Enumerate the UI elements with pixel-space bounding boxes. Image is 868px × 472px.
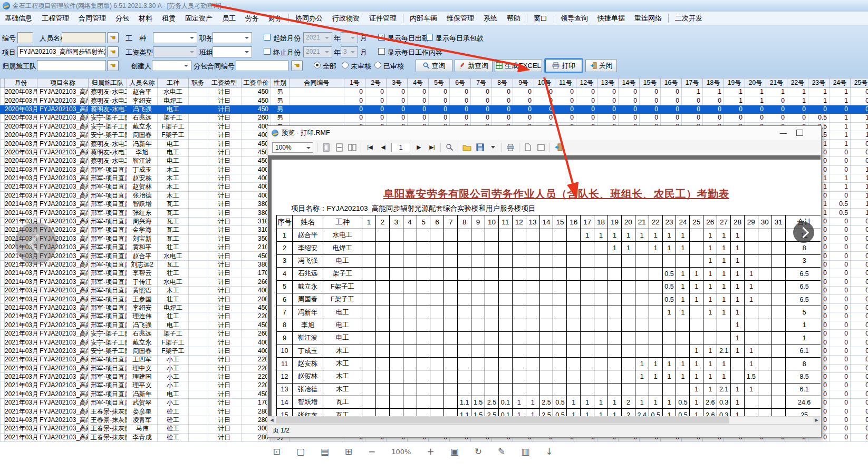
menu-item-2[interactable]: 合同管理 (74, 14, 111, 23)
zoom-out-icon[interactable]: − (368, 446, 375, 457)
show-daily-contract-checkbox[interactable] (426, 34, 433, 41)
table-row[interactable]: 2020年03月FYJA202103_高能同步辐射光源配套综合实验楼和用户服务楼… (1, 96, 868, 105)
page-setup-icon[interactable] (523, 142, 533, 153)
project-picker-button[interactable]: ☚ (107, 46, 119, 57)
project-input[interactable]: FYJA202103_高能同步辐射光源配套综合实验楼和用户服务楼项目 (17, 46, 106, 57)
menu-item-13[interactable]: 证件管理 (364, 14, 401, 23)
menu-item-16[interactable]: 维保管理 (442, 14, 479, 23)
last-page-button[interactable]: ▶| (427, 142, 437, 153)
menu-item-1[interactable]: 工程管理 (37, 14, 74, 23)
team-picker-button[interactable]: ☚ (107, 60, 119, 71)
subcontract-picker-button[interactable]: ☚ (291, 60, 303, 71)
query-button[interactable]: 查询 (416, 59, 452, 72)
table-row[interactable]: 2020年03月FYJA202103_高能同步辐射光源配套综合实验楼和用户服务楼… (1, 88, 868, 96)
report-row: 14智跃增瓦工1.11.52.50.1112.50.5111121110.512… (277, 396, 821, 409)
zoom-in-icon[interactable]: + (427, 446, 434, 457)
no-input[interactable] (17, 32, 33, 43)
page-number-input[interactable]: 1 (391, 143, 410, 152)
scroll-left-icon[interactable]: ◀ (268, 417, 275, 424)
edit-icon[interactable]: ✎ (498, 446, 505, 457)
end-year-select[interactable]: 2021 (303, 46, 332, 57)
radio-all[interactable] (314, 62, 321, 68)
preview-titlebar[interactable]: 预览 - 打印.RMF — (267, 126, 821, 140)
creator-select[interactable] (152, 60, 191, 71)
start-month-select[interactable] (341, 32, 358, 43)
print-button[interactable]: 打印 (545, 59, 582, 72)
report-row: 9靳江波电工11 (277, 332, 821, 345)
scroll-right-icon[interactable]: ▶ (813, 417, 820, 424)
end-month-checkbox[interactable] (264, 48, 271, 55)
team-input[interactable] (37, 60, 106, 71)
person-name-input[interactable] (62, 32, 106, 43)
radio-unaudited[interactable] (342, 62, 349, 68)
new-query-button[interactable]: 新查询 (455, 59, 493, 72)
menu-item-26[interactable]: 二次开发 (670, 14, 707, 23)
next-page-button[interactable]: ▶ (414, 142, 423, 153)
table-row[interactable]: 2020年03月FYJA202103_高能同步辐射光源配套综合实验楼和用户服务楼… (1, 105, 868, 113)
zoom-select[interactable]: 100% (272, 142, 313, 153)
report-row: 2李绍安电焊工111111118 (277, 242, 821, 254)
first-page-button[interactable]: |◀ (365, 142, 374, 153)
floating-next-button[interactable] (793, 222, 814, 243)
maximize-icon[interactable] (796, 130, 803, 136)
zoom-level[interactable]: 100% (391, 446, 411, 457)
menu-item-4[interactable]: 材料 (134, 14, 157, 23)
report-project-line: 项目名称：FYJA202103_高能同步辐射光源配套综合实验楼和用户服务楼项目 (291, 204, 536, 213)
table-row[interactable]: 2020年03月FYJA202103_高能同步辐射光源配套综合实验楼和用户服务楼… (1, 114, 868, 122)
print-page-icon[interactable] (506, 142, 515, 153)
menu-item-0[interactable]: 基础信息 (0, 14, 37, 23)
menu-item-24[interactable]: 重连网络 (630, 14, 667, 23)
start-year-select[interactable]: 2021 (303, 32, 332, 43)
close-button[interactable]: 关闭 (585, 59, 617, 72)
grid-icon[interactable]: ⊞ (345, 446, 352, 457)
radio-audited[interactable] (374, 62, 381, 68)
menu-item-11[interactable]: 协同办公 (291, 14, 327, 23)
whole-page-icon[interactable] (321, 142, 331, 153)
menu-item-7[interactable]: 员工 (217, 14, 240, 23)
preview-hscrollbar[interactable]: ◀ ▶ (268, 416, 821, 424)
trade-select[interactable] (153, 32, 197, 43)
wage-type-select[interactable] (153, 46, 197, 57)
exit-door-icon (590, 62, 597, 69)
menu-item-22[interactable]: 领导查询 (556, 14, 593, 23)
end-month-select[interactable]: 3 (341, 46, 358, 57)
menu-item-9[interactable]: 财务 (264, 14, 287, 23)
menu-item-3[interactable]: 分包 (111, 14, 134, 23)
menu-item-23[interactable]: 快捷单据 (593, 14, 630, 23)
menu-item-20[interactable]: 窗口 (529, 14, 552, 23)
menu-item-12[interactable]: 行政物资 (327, 14, 364, 23)
menu-item-5[interactable]: 租赁 (157, 14, 180, 23)
menu-item-8[interactable]: 劳务 (240, 14, 264, 23)
prev-page-button[interactable]: ◀ (378, 142, 388, 153)
floating-back-button[interactable] (15, 222, 57, 264)
save-icon[interactable] (475, 142, 485, 153)
duty-select[interactable] (213, 32, 252, 43)
excel-button[interactable]: 生成EXCEL (495, 59, 542, 72)
menu-item-18[interactable]: 帮助 (502, 14, 525, 23)
page-width-icon[interactable] (334, 142, 344, 153)
thumbnails-icon[interactable]: ▤ (321, 446, 329, 457)
fit-icon[interactable]: ▣ (450, 446, 459, 457)
person-picker-button[interactable]: ☚ (107, 32, 119, 43)
save-options-arrow-icon[interactable] (488, 142, 498, 153)
margins-icon[interactable] (536, 142, 546, 153)
start-month-checkbox[interactable] (264, 34, 271, 41)
menu-item-17[interactable]: 系统 (479, 14, 502, 23)
show-daily-attendance-checkbox[interactable]: ✓ (378, 34, 385, 41)
two-pages-icon[interactable] (348, 142, 357, 153)
frame-icon[interactable]: ⊡ (273, 446, 280, 457)
download-icon[interactable]: ↓ (545, 446, 553, 457)
menu-item-15[interactable]: 内部车辆 (405, 14, 442, 23)
zoom-tool-icon[interactable] (445, 142, 454, 153)
show-daily-work-checkbox[interactable] (378, 48, 385, 55)
close-preview-door-icon[interactable] (554, 142, 563, 153)
scroll-thumb[interactable] (276, 417, 729, 424)
minimize-icon[interactable]: — (780, 129, 787, 137)
subcontract-input[interactable] (236, 60, 288, 71)
menu-item-6[interactable]: 固定资产 (180, 14, 217, 23)
copy-icon[interactable]: ▥ (521, 446, 529, 457)
class-select[interactable] (213, 46, 252, 57)
open-file-icon[interactable] (462, 142, 471, 153)
expand-icon[interactable]: ▢ (296, 446, 305, 457)
rotate-icon[interactable]: ↻ (475, 446, 482, 457)
